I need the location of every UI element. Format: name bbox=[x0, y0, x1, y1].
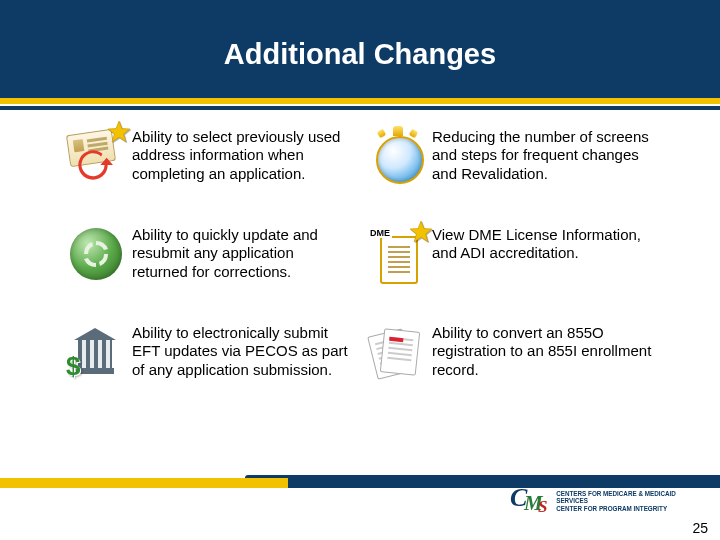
item-text: View DME License Information, and ADI ac… bbox=[432, 226, 676, 263]
header-accent-yellow bbox=[0, 98, 720, 104]
content-grid: Ability to select previously used addres… bbox=[66, 128, 676, 384]
item-reduce-screens: Reducing the number of screens and steps… bbox=[366, 128, 676, 188]
header-accent-blue bbox=[0, 106, 720, 110]
row-3: $ Ability to electronically submit EFT u… bbox=[66, 324, 676, 384]
slide-title: Additional Changes bbox=[0, 38, 720, 71]
item-address-select: Ability to select previously used addres… bbox=[66, 128, 366, 188]
star-icon bbox=[408, 220, 434, 246]
item-text: Ability to select previously used addres… bbox=[132, 128, 366, 183]
item-text: Ability to quickly update and resubmit a… bbox=[132, 226, 366, 281]
logo-line-1: CENTERS FOR MEDICARE & MEDICAID SERVICES bbox=[556, 490, 690, 504]
row-2: Ability to quickly update and resubmit a… bbox=[66, 226, 676, 286]
dme-document-icon: DME bbox=[366, 226, 432, 286]
star-icon bbox=[106, 120, 132, 146]
page-number: 25 bbox=[692, 520, 708, 536]
logo-line-2: CENTER FOR PROGRAM INTEGRITY bbox=[556, 505, 690, 512]
cms-logo-mark: CMS bbox=[510, 485, 550, 517]
item-text: Ability to electronically submit EFT upd… bbox=[132, 324, 366, 379]
row-1: Ability to select previously used addres… bbox=[66, 128, 676, 188]
address-card-icon bbox=[66, 128, 132, 188]
dme-badge: DME bbox=[368, 228, 392, 238]
dollar-icon: $ bbox=[66, 351, 80, 382]
cms-logo: CMS CENTERS FOR MEDICARE & MEDICAID SERV… bbox=[510, 480, 690, 522]
item-text: Ability to convert an 855O registration … bbox=[432, 324, 676, 379]
cms-logo-text: CENTERS FOR MEDICARE & MEDICAID SERVICES… bbox=[556, 490, 690, 512]
refresh-icon bbox=[66, 226, 132, 286]
bank-eft-icon: $ bbox=[66, 324, 132, 384]
stopwatch-icon bbox=[366, 128, 432, 188]
item-eft-submit: $ Ability to electronically submit EFT u… bbox=[66, 324, 366, 384]
item-convert-enrollment: Ability to convert an 855O registration … bbox=[366, 324, 676, 384]
item-quick-update: Ability to quickly update and resubmit a… bbox=[66, 226, 366, 286]
item-dme-license: DME View DME License Information, and AD… bbox=[366, 226, 676, 286]
slide-header: Additional Changes bbox=[0, 0, 720, 105]
item-text: Reducing the number of screens and steps… bbox=[432, 128, 676, 183]
papers-icon bbox=[366, 324, 432, 384]
